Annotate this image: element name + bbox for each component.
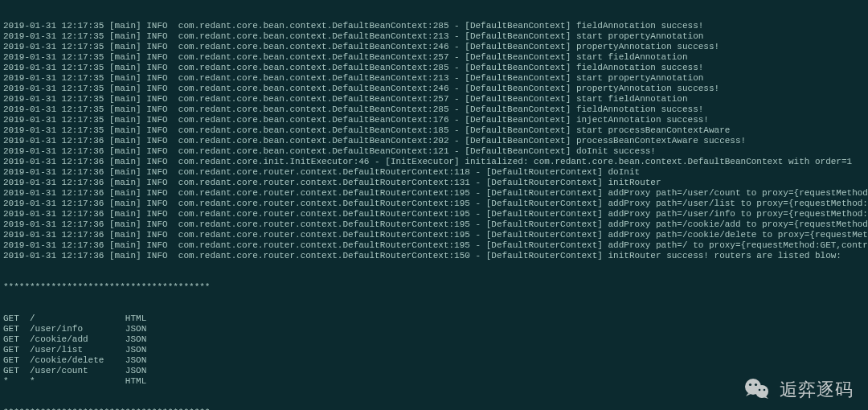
route-row: GET /user/count JSON <box>3 366 865 376</box>
log-line: 2019-01-31 12:17:36 [main] INFO com.reda… <box>3 167 865 178</box>
log-line: 2019-01-31 12:17:35 [main] INFO com.reda… <box>3 42 865 52</box>
log-lines: 2019-01-31 12:17:35 [main] INFO com.reda… <box>3 21 865 261</box>
route-row: GET /user/info JSON <box>3 324 865 334</box>
terminal-output: 2019-01-31 12:17:35 [main] INFO com.reda… <box>0 0 868 410</box>
route-row: GET /cookie/add JSON <box>3 334 865 345</box>
separator-top: *************************************** <box>3 282 865 293</box>
log-line: 2019-01-31 12:17:36 [main] INFO com.reda… <box>3 136 865 146</box>
log-line: 2019-01-31 12:17:35 [main] INFO com.reda… <box>3 63 865 73</box>
log-line: 2019-01-31 12:17:36 [main] INFO com.reda… <box>3 209 865 219</box>
log-line: 2019-01-31 12:17:35 [main] INFO com.reda… <box>3 115 865 125</box>
log-line: 2019-01-31 12:17:36 [main] INFO com.reda… <box>3 199 865 209</box>
log-line: 2019-01-31 12:17:36 [main] INFO com.reda… <box>3 219 865 230</box>
route-row: GET / HTML <box>3 314 865 324</box>
route-row: GET /user/list JSON <box>3 345 865 355</box>
log-line: 2019-01-31 12:17:36 [main] INFO com.reda… <box>3 188 865 199</box>
log-line: 2019-01-31 12:17:35 [main] INFO com.reda… <box>3 105 865 115</box>
log-line: 2019-01-31 12:17:36 [main] INFO com.reda… <box>3 178 865 188</box>
log-line: 2019-01-31 12:17:35 [main] INFO com.reda… <box>3 31 865 42</box>
route-row: * * HTML <box>3 376 865 387</box>
log-line: 2019-01-31 12:17:36 [main] INFO com.reda… <box>3 157 865 167</box>
log-line: 2019-01-31 12:17:35 [main] INFO com.reda… <box>3 94 865 105</box>
log-line: 2019-01-31 12:17:36 [main] INFO com.reda… <box>3 251 865 261</box>
log-line: 2019-01-31 12:17:35 [main] INFO com.reda… <box>3 21 865 31</box>
log-line: 2019-01-31 12:17:36 [main] INFO com.reda… <box>3 240 865 251</box>
log-line: 2019-01-31 12:17:36 [main] INFO com.reda… <box>3 230 865 240</box>
log-line: 2019-01-31 12:17:35 [main] INFO com.reda… <box>3 125 865 136</box>
route-row: GET /cookie/delete JSON <box>3 355 865 366</box>
log-line: 2019-01-31 12:17:36 [main] INFO com.reda… <box>3 146 865 157</box>
routes-table: GET / HTMLGET /user/info JSONGET /cookie… <box>3 314 865 387</box>
log-line: 2019-01-31 12:17:35 [main] INFO com.reda… <box>3 73 865 84</box>
log-line: 2019-01-31 12:17:35 [main] INFO com.reda… <box>3 52 865 63</box>
log-line: 2019-01-31 12:17:35 [main] INFO com.reda… <box>3 84 865 94</box>
